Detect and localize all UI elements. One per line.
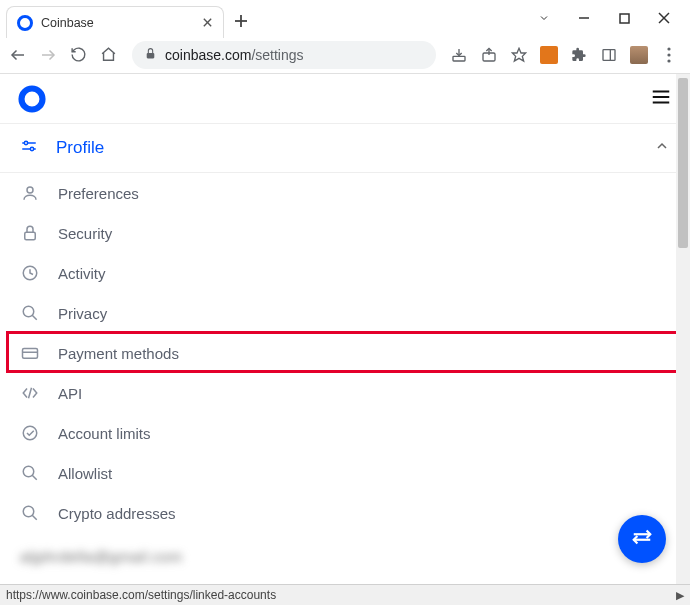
menu-item-label: Payment methods [58,345,179,362]
svg-rect-29 [25,232,36,240]
kebab-menu-icon[interactable] [660,46,678,64]
check-circle-icon [20,423,40,443]
svg-line-38 [32,475,37,480]
share-icon[interactable] [480,46,498,64]
app-header [0,74,690,124]
menu-item-privacy[interactable]: Privacy [0,293,690,333]
forward-icon[interactable] [38,45,58,65]
menu-item-label: Crypto addresses [58,505,176,522]
close-window-icon[interactable] [656,10,672,26]
close-tab-icon[interactable] [202,14,213,31]
svg-point-17 [667,47,670,50]
svg-line-32 [32,315,37,320]
page-content: Profile Preferences Security Activity Pr… [0,74,690,605]
menu-item-activity[interactable]: Activity [0,253,690,293]
metamask-extension-icon[interactable] [540,46,558,64]
svg-point-27 [30,147,33,150]
extensions-puzzle-icon[interactable] [570,46,588,64]
scroll-right-icon[interactable]: ▶ [676,589,684,602]
svg-point-25 [24,141,27,144]
svg-rect-11 [147,52,155,57]
menu-item-label: Activity [58,265,106,282]
lock-icon [20,223,40,243]
menu-item-label: Privacy [58,305,107,322]
svg-point-31 [23,306,34,317]
section-header-profile[interactable]: Profile [0,124,690,172]
extension-icon[interactable] [630,46,648,64]
magnifier-icon [20,463,40,483]
settings-menu: Preferences Security Activity Privacy Pa… [0,173,690,533]
svg-point-4 [19,16,32,29]
menu-item-payment-methods[interactable]: Payment methods [0,333,690,373]
svg-line-40 [32,515,37,520]
chevron-down-icon[interactable] [536,10,552,26]
scrollbar-thumb[interactable] [678,78,688,248]
credit-card-icon [20,343,40,363]
maximize-icon[interactable] [616,10,632,26]
extension-icons [450,46,682,64]
svg-point-18 [667,53,670,56]
coinbase-logo-icon[interactable] [18,85,46,113]
menu-item-label: Account limits [58,425,151,442]
coinbase-favicon-icon [17,15,33,31]
chevron-up-icon [654,138,670,159]
address-bar[interactable]: coinbase.com/settings [132,41,436,69]
sidepanel-icon[interactable] [600,46,618,64]
status-url: https://www.coinbase.com/settings/linked… [6,588,276,602]
tab-title: Coinbase [41,16,194,30]
menu-item-security[interactable]: Security [0,213,690,253]
browser-tab-active[interactable]: Coinbase [6,6,224,38]
menu-item-label: Security [58,225,112,242]
svg-rect-12 [453,56,465,61]
vertical-scrollbar[interactable] [676,74,690,584]
blurred-email-row: aljphrdella@gmail.com [0,541,690,571]
reload-icon[interactable] [68,45,88,65]
back-icon[interactable] [8,45,28,65]
tab-strip: Coinbase [6,6,248,38]
menu-item-label: Preferences [58,185,139,202]
person-icon [20,183,40,203]
svg-point-28 [27,187,33,193]
lock-icon [144,47,157,63]
code-icon [20,383,40,403]
url-text: coinbase.com/settings [165,47,304,63]
star-icon[interactable] [510,46,528,64]
swap-fab-button[interactable] [618,515,666,563]
svg-rect-1 [620,14,629,23]
svg-point-37 [23,466,34,477]
browser-status-bar: https://www.coinbase.com/settings/linked… [0,584,690,605]
blurred-email: aljphrdella@gmail.com [20,548,182,565]
magnifier-icon [20,503,40,523]
menu-item-label: Allowlist [58,465,112,482]
browser-toolbar: coinbase.com/settings [0,36,690,74]
menu-item-account-limits[interactable]: Account limits [0,413,690,453]
minimize-icon[interactable] [576,10,592,26]
menu-item-allowlist[interactable]: Allowlist [0,453,690,493]
svg-marker-14 [512,48,525,61]
new-tab-icon[interactable] [234,12,248,33]
svg-point-39 [23,506,34,517]
install-icon[interactable] [450,46,468,64]
menu-item-api[interactable]: API [0,373,690,413]
swap-icon [631,526,653,552]
section-title: Profile [56,138,104,158]
sliders-icon [20,137,38,160]
menu-item-crypto-addresses[interactable]: Crypto addresses [0,493,690,533]
clock-icon [20,263,40,283]
svg-rect-15 [603,49,615,60]
svg-point-20 [22,88,43,109]
hamburger-menu-icon[interactable] [650,86,672,112]
svg-line-35 [29,388,32,399]
svg-point-36 [23,426,37,440]
menu-item-preferences[interactable]: Preferences [0,173,690,213]
home-icon[interactable] [98,45,118,65]
magnifier-icon [20,303,40,323]
menu-item-label: API [58,385,82,402]
svg-point-19 [667,59,670,62]
svg-rect-33 [23,349,38,359]
